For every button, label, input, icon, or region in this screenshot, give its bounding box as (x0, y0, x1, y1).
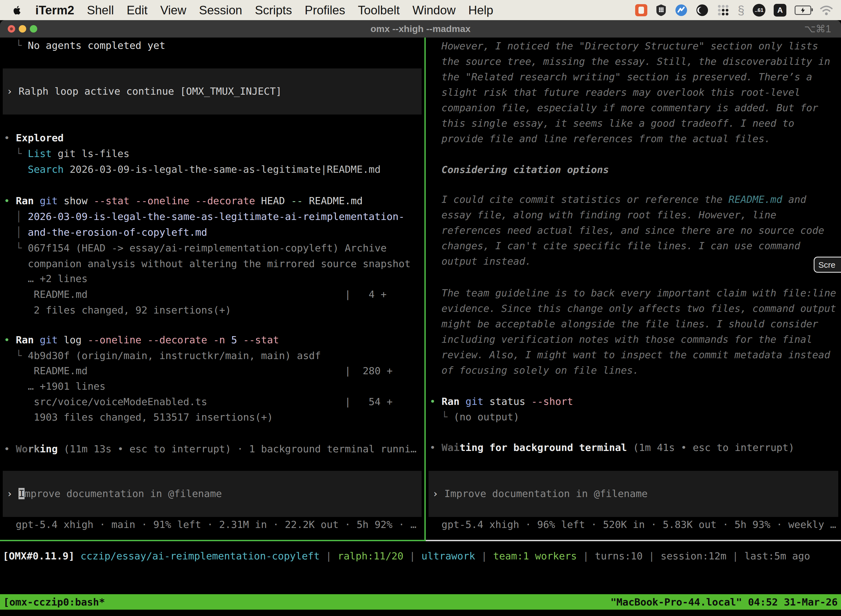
wifi-icon[interactable] (819, 5, 833, 16)
thinking-line: of focusing solely on file lines. (441, 362, 639, 378)
window-title-bar: omx --xhigh --madmax ⌥⌘1 (0, 20, 841, 38)
git-show-output-1: └ 067f154 (HEAD -> essay/ai-reimplementa… (4, 240, 387, 256)
left-terminal-pane[interactable]: └ No agents completed yet › Ralph loop a… (0, 38, 424, 540)
chat-app-icon[interactable] (635, 4, 647, 16)
git-show-output-2: companion analysis without altering the … (4, 256, 410, 271)
thinking-line: changes, I can't cite specific file line… (441, 238, 800, 254)
git-log-stat-readme: README.md | 280 + (4, 363, 393, 378)
dots-grid-icon[interactable] (717, 4, 730, 16)
window-shortcut-badge: ⌥⌘1 (804, 23, 831, 35)
menu-bar: iTerm2 Shell Edit View Session Scripts P… (0, 0, 841, 20)
omx-mode: ultrawork (421, 550, 475, 562)
git-show-stat-summary: 2 files changed, 92 insertions(+) (4, 302, 231, 318)
thinking-line: the source tree, missing the essay. Stil… (441, 54, 830, 69)
pane-divider-vertical[interactable] (424, 38, 426, 541)
omx-version: [OMX#0.11.9] (3, 550, 75, 562)
git-status-command: • Ran git status --short (429, 393, 573, 409)
git-show-stat-readme: README.md | 4 + (4, 286, 387, 302)
chat-bubble-icon (639, 7, 644, 14)
waiting-status-line: • Waiting for background terminal (1m 41… (429, 440, 794, 455)
menu-items: iTerm2 Shell Edit View Session Scripts P… (12, 3, 493, 17)
bullet-icon: • (429, 396, 441, 407)
crescent-circle-icon[interactable] (696, 4, 709, 16)
thinking-line: this single essay, it seems like a good … (441, 115, 794, 131)
pane-divider-bottom-right (426, 540, 841, 541)
thinking-line: companion file, especially if more comme… (441, 100, 818, 116)
working-status-line: • Working (11m 13s • esc to interrupt) ·… (4, 441, 417, 457)
tmux-host-clock: "MacBook-Pro-44.local" 04:52 31-Mar-26 (610, 594, 838, 610)
omx-status-bar: [OMX#0.11.9] cczip/essay/ai-reimplementa… (3, 548, 810, 564)
omx-session-time: session:12m (661, 550, 726, 562)
pane-divider-bottom-left (0, 540, 424, 541)
omx-team: team:1 workers (493, 550, 577, 562)
menu-item-toolbelt[interactable]: Toolbelt (358, 3, 400, 17)
thinking-line: The team guideline is to back every impo… (441, 285, 836, 301)
squiggle-icon[interactable]: § (738, 3, 744, 17)
menu-item-iterm2[interactable]: iTerm2 (35, 3, 74, 17)
readme-link[interactable]: README.md (728, 194, 782, 205)
bullet-icon: • (4, 132, 16, 144)
thinking-line: evidence. Since this change only affects… (441, 301, 836, 316)
menu-item-shell[interactable]: Shell (87, 3, 114, 17)
git-log-command: • Ran git log --oneline --decorate -n 5 … (4, 332, 279, 348)
left-prompt-input[interactable]: › Improve documentation in @filename (3, 471, 422, 517)
window-title: omx --xhigh --madmax (371, 23, 471, 34)
git-log-ellipsis: … +1901 lines (4, 378, 105, 394)
menu-item-profiles[interactable]: Profiles (305, 3, 345, 17)
git-show-command: • Ran git show --stat --oneline --decora… (4, 193, 363, 209)
thinking-line: references need actual files, and since … (441, 223, 824, 238)
omx-last-activity: last:5m ago (744, 550, 810, 562)
thinking-line: essay file, along with finding root file… (441, 207, 777, 223)
bullet-icon: • (429, 442, 441, 453)
left-prompt-line: › Improve documentation in @filename (7, 486, 222, 502)
zoom-button[interactable] (30, 25, 37, 32)
badge-61-icon[interactable]: ..61 (753, 4, 765, 16)
left-session-status: gpt-5.4 xhigh · main · 91% left · 2.31M … (16, 517, 416, 532)
screen-share-chip[interactable]: Scre (814, 257, 841, 273)
menu-item-session[interactable]: Session (199, 3, 242, 17)
input-source-icon[interactable]: A (774, 4, 786, 16)
right-prompt-line: › Improve documentation in @filename (432, 486, 648, 502)
right-session-status: gpt-5.4 xhigh · 96% left · 520K in · 5.8… (441, 517, 836, 532)
menu-item-help[interactable]: Help (468, 3, 493, 17)
git-show-arg-wrap-1: │ 2026-03-09-is-legal-the-same-as-legiti… (4, 209, 404, 224)
git-log-stat-summary: 1903 files changed, 513517 insertions(+) (4, 409, 273, 425)
right-prompt-input[interactable]: › Improve documentation in @filename (428, 471, 838, 517)
bullet-icon: • (4, 195, 16, 207)
thinking-line: I could cite commit statistics or refere… (441, 192, 806, 207)
git-status-output: └ (no output) (429, 409, 519, 425)
right-terminal-pane[interactable]: However, I noticed the "Directory Struct… (426, 38, 841, 540)
thinking-line: the "Related research writing" section i… (441, 69, 812, 85)
thinking-line: However, I noticed the "Directory Struct… (441, 38, 818, 54)
menu-item-scripts[interactable]: Scripts (255, 3, 292, 17)
blue-badge-icon[interactable] (675, 4, 687, 16)
explored-header: • Explored (4, 130, 64, 146)
shield-grid-icon[interactable] (656, 4, 667, 16)
git-log-output-1: └ 4b9d30f (origin/main, instructkr/main,… (4, 348, 321, 364)
git-log-stat-voice: src/voice/voiceModeEnabled.ts | 54 + (4, 394, 393, 409)
minimize-button[interactable] (19, 25, 26, 32)
thinking-heading: Considering citation options (441, 162, 609, 177)
git-show-arg-wrap-2: │ and-the-erosion-of-copyleft.md (4, 224, 207, 240)
thinking-line: output instead. (441, 253, 531, 269)
menu-item-view[interactable]: View (160, 3, 186, 17)
thinking-line: might be acceptable alongside the file l… (441, 316, 818, 332)
explored-list-line: └ List git ls-files (4, 146, 129, 161)
battery-icon[interactable] (795, 6, 811, 15)
close-button[interactable] (8, 25, 15, 32)
agents-status-line: └ No agents completed yet (4, 38, 165, 53)
text-cursor: I (19, 488, 25, 499)
inject-prompt-box[interactable]: › Ralph loop active continue [OMX_TMUX_I… (3, 69, 422, 114)
explored-search-line: Search 2026-03-09-is-legal-the-same-as-l… (4, 161, 381, 177)
apple-menu-icon[interactable] (12, 4, 23, 16)
menu-item-window[interactable]: Window (413, 3, 456, 17)
prompt-chevron-icon: › (7, 488, 19, 499)
prompt-chevron-icon: › (432, 488, 444, 499)
tmux-session-window: [omx-cczip0:bash* (3, 594, 105, 610)
bullet-icon: • (4, 334, 16, 346)
menu-item-edit[interactable]: Edit (127, 3, 148, 17)
status-icons: § ..61 A (635, 3, 833, 17)
git-show-ellipsis: … +2 lines (4, 271, 88, 286)
prompt-chevron-icon: › (7, 85, 19, 97)
thinking-line: including verification notes with those … (441, 331, 812, 347)
